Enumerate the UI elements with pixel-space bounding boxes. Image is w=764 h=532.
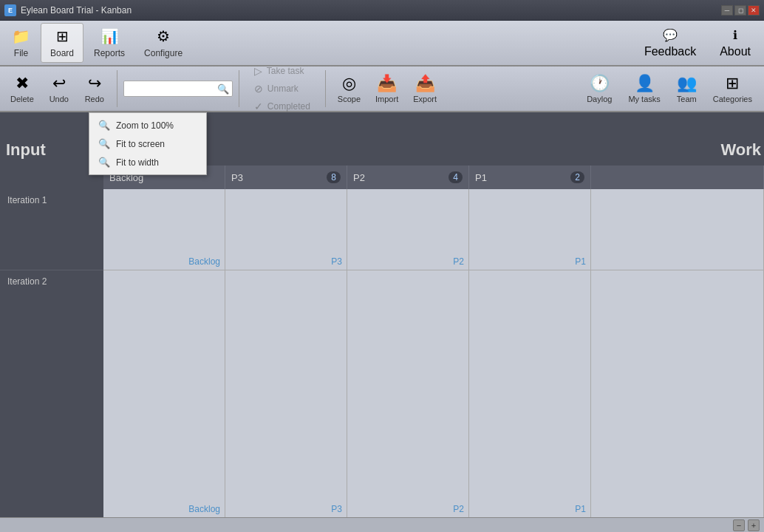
col-p3: P3 P3 — [225, 189, 347, 517]
unmark-icon: ⊘ — [254, 83, 263, 95]
cell-p1-iter2[interactable]: P1 — [469, 270, 590, 517]
undo-button[interactable]: ↩ Undo — [43, 69, 75, 109]
col-p2-count: 4 — [448, 171, 463, 183]
title-bar-controls: ─ ◻ ✕ — [721, 5, 760, 16]
col-header-space — [0, 166, 103, 189]
delete-icon: ✖ — [16, 74, 29, 93]
daylog-button[interactable]: 🕐 Daylog — [579, 69, 619, 109]
fit-width-item[interactable]: 🔍 Fit to width — [89, 153, 206, 171]
redo-icon: ↪ — [88, 74, 101, 93]
col-work — [591, 189, 764, 517]
cell-p2-iter2-label: P2 — [453, 504, 464, 514]
cell-p3-iter1[interactable]: P3 — [225, 189, 347, 270]
close-button[interactable]: ✕ — [748, 5, 760, 16]
undo-label: Undo — [50, 95, 69, 103]
team-icon: 👥 — [677, 74, 697, 93]
unmark-button[interactable]: ⊘ Unmark — [248, 81, 316, 97]
zoom-controls: − + — [733, 519, 760, 531]
export-button[interactable]: 📤 Export — [407, 69, 443, 109]
cell-backlog-iter2[interactable]: Backlog — [103, 270, 225, 517]
separator-1 — [117, 70, 117, 107]
categories-button[interactable]: ⊞ Categories — [706, 69, 760, 109]
menu-feedback-label: Feedback — [644, 45, 696, 58]
title-bar: E Eylean Board Trial - Kanban ─ ◻ ✕ — [0, 0, 764, 21]
cell-p1-iter2-label: P1 — [575, 504, 586, 514]
fit-screen-item[interactable]: 🔍 Fit to screen — [89, 134, 206, 153]
file-icon: 📁 — [12, 27, 30, 45]
zoom-out-button[interactable]: − — [733, 519, 745, 531]
cell-p2-iter2[interactable]: P2 — [347, 270, 468, 517]
cell-backlog-iter1[interactable]: Backlog — [103, 189, 225, 270]
take-task-button[interactable]: ▷ Take task — [248, 63, 316, 79]
daylog-label: Daylog — [587, 95, 612, 103]
zoom-100-item[interactable]: 🔍 Zoom to 100% — [89, 116, 206, 134]
col-header-p3: P3 8 — [225, 166, 347, 189]
task-actions: ▷ Take task ⊘ Unmark ✓ Completed — [248, 63, 316, 115]
menu-about[interactable]: ℹ About — [709, 23, 761, 63]
cell-p2-iter1[interactable]: P2 — [347, 189, 468, 270]
iteration-1: Iteration 1 — [0, 189, 103, 270]
redo-button[interactable]: ↪ Redo — [78, 69, 111, 109]
menu-configure[interactable]: ⚙ Configure — [135, 23, 191, 63]
col-header-p1: P1 2 — [469, 166, 591, 189]
separator-2 — [239, 70, 239, 107]
zoom-out-icon: − — [737, 521, 741, 530]
mytasks-button[interactable]: 👤 My tasks — [621, 69, 667, 109]
team-button[interactable]: 👥 Team — [669, 69, 704, 109]
menu-board-label: Board — [50, 48, 74, 58]
take-task-label: Take task — [267, 66, 304, 76]
cell-p3-iter2[interactable]: P3 — [225, 270, 347, 517]
col-p2-name: P2 — [353, 172, 365, 183]
cell-p3-iter2-label: P3 — [331, 504, 342, 514]
menu-file[interactable]: 📁 File — [3, 23, 39, 63]
about-icon: ℹ — [733, 28, 737, 42]
col-header-work — [591, 166, 764, 189]
menu-reports[interactable]: 📊 Reports — [85, 23, 134, 63]
fitscreen-icon: 🔍 — [98, 138, 110, 149]
scope-icon: ◎ — [342, 74, 356, 93]
cell-p1-iter1-label: P1 — [575, 256, 586, 267]
cell-p1-iter1[interactable]: P1 — [469, 189, 590, 270]
menu-feedback[interactable]: 💬 Feedback — [634, 23, 706, 63]
col-p1-count: 2 — [570, 171, 584, 183]
completed-label: Completed — [267, 101, 310, 112]
board-grid: Backlog Backlog P3 P3 P2 — [103, 189, 764, 517]
fitscreen-label: Fit to screen — [116, 139, 165, 149]
iteration-2: Iteration 2 — [0, 270, 103, 517]
cell-p3-iter1-label: P3 — [331, 256, 342, 267]
export-icon: 📤 — [415, 74, 435, 93]
menu-about-label: About — [720, 45, 751, 58]
menu-configure-label: Configure — [144, 48, 183, 58]
categories-icon: ⊞ — [726, 74, 739, 93]
import-icon: 📥 — [377, 74, 397, 93]
delete-label: Delete — [10, 95, 34, 103]
delete-button[interactable]: ✖ Delete — [4, 69, 40, 109]
status-bar: − + — [0, 517, 764, 532]
window-title: Eylean Board Trial - Kanban — [21, 5, 132, 16]
scope-button[interactable]: ◎ Scope — [332, 69, 366, 109]
scope-label: Scope — [338, 95, 361, 103]
menu-bar-right: 💬 Feedback ℹ About — [634, 23, 761, 63]
minimize-button[interactable]: ─ — [721, 5, 733, 16]
menu-board[interactable]: ⊞ Board — [41, 23, 83, 63]
search-icon[interactable]: 🔍 — [217, 83, 229, 95]
completed-icon: ✓ — [254, 100, 263, 112]
search-box[interactable]: 🔍 — [123, 81, 233, 97]
zoom100-icon: 🔍 — [98, 120, 110, 131]
zoom-in-button[interactable]: + — [748, 519, 760, 531]
feedback-icon: 💬 — [663, 28, 678, 42]
iteration-2-label: Iteration 2 — [7, 276, 47, 287]
cell-work-iter1[interactable] — [591, 189, 763, 270]
input-title: Input — [6, 140, 46, 160]
iteration-1-label: Iteration 1 — [7, 195, 47, 205]
col-header-p2: P2 4 — [347, 166, 469, 189]
cell-work-iter2[interactable] — [591, 270, 763, 517]
col-backlog: Backlog Backlog — [103, 189, 225, 517]
separator-3 — [325, 70, 326, 107]
import-button[interactable]: 📥 Import — [369, 69, 404, 109]
col-p2: P2 P2 — [347, 189, 469, 517]
daylog-icon: 🕐 — [590, 74, 610, 93]
search-input[interactable] — [127, 83, 216, 94]
iterations: Iteration 1 Iteration 2 — [0, 189, 103, 517]
restore-button[interactable]: ◻ — [734, 5, 746, 16]
